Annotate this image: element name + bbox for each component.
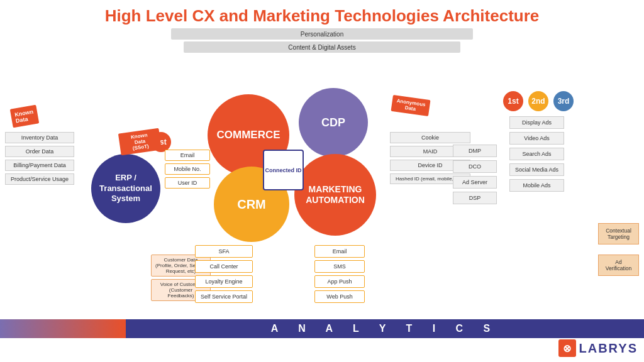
page-title: High Level CX and Marketing Technologies… (0, 0, 644, 28)
video-ads-box: Video Ads (509, 132, 564, 145)
sfa-box: SFA (195, 245, 253, 258)
logo-icon: ⊗ (558, 339, 576, 357)
left-data-boxes: Inventory Data Order Data Billing/Paymen… (5, 132, 74, 185)
analytics-arrow (631, 319, 644, 338)
display-ads-box: Display Ads (509, 116, 564, 129)
email-ma-box: Email (314, 245, 365, 258)
analytics-bar: A N A L Y T I C S (0, 319, 644, 338)
app-push-ma-box: App Push (314, 275, 365, 288)
known-data-ssot-badge: KnownData(SSoT) (118, 128, 162, 156)
crm-sub-boxes: SFA Call Center Loyalty Engine Self Serv… (195, 245, 253, 303)
ad-server-box: Ad Server (453, 176, 497, 189)
social-media-ads-box: Social Media Ads (509, 163, 564, 176)
content-assets-bar: Content & Digital Assets (184, 41, 460, 53)
cdp-circle: CDP (299, 88, 368, 157)
sms-ma-box: SMS (314, 260, 365, 273)
loyalty-engine-box: Loyalty Engine (195, 275, 253, 288)
dsp-box: DSP (453, 192, 497, 204)
ad-verification-box: Ad Verification (598, 255, 639, 276)
main-diagram: KnownData Inventory Data Order Data Bill… (0, 57, 644, 358)
web-push-ma-box: Web Push (314, 290, 365, 303)
search-ads-box: Search Ads (509, 148, 564, 160)
user-id-box: User ID (165, 177, 210, 189)
analytics-bar-left (0, 319, 126, 338)
right-col-2: Display Ads Video Ads Search Ads Social … (509, 116, 564, 192)
contextual-targeting-box: Contextual Targeting (598, 223, 639, 244)
product-data-box: Product/Service Usage (5, 173, 74, 185)
third-party-badge-top: 3rd (553, 91, 574, 111)
order-data-box: Order Data (5, 146, 74, 157)
call-center-box: Call Center (195, 260, 253, 273)
dco-box: DCO (453, 160, 497, 173)
mobile-ads-box: Mobile Ads (509, 179, 564, 192)
erp-circle: ERP / Transactional System (91, 154, 160, 223)
inventory-data-box: Inventory Data (5, 132, 74, 143)
self-service-portal-box: Self Service Portal (195, 290, 253, 303)
billing-data-box: Billing/Payment Data (5, 160, 74, 171)
known-data-badge: KnownData (10, 105, 40, 128)
dmp-box: DMP (453, 145, 497, 157)
analytics-bar-right: A N A L Y T I C S (126, 319, 644, 338)
logo-area: ⊗ LABRYS (558, 339, 638, 357)
cookie-box: Cookie (390, 132, 470, 143)
logo-text: LABRYS (579, 341, 638, 356)
second-party-badge-top: 2nd (528, 91, 548, 111)
first-party-badge-top: 1st (503, 91, 523, 111)
erp-sub-boxes: Email Mobile No. User ID (165, 150, 210, 189)
personalization-bar: Personalization (171, 28, 473, 40)
ma-sub-boxes: Email SMS App Push Web Push (314, 245, 365, 303)
marketing-automation-circle: MARKETING AUTOMATION (294, 154, 376, 236)
analytics-text: A N A L Y T I C S (271, 323, 499, 334)
email-box: Email (165, 150, 210, 161)
right-col-1: DMP DCO Ad Server DSP (453, 145, 497, 204)
connected-id-box: Connected ID (263, 150, 304, 190)
anonymous-data-badge: AnonymousData (391, 95, 430, 116)
mobile-box: Mobile No. (165, 163, 210, 175)
